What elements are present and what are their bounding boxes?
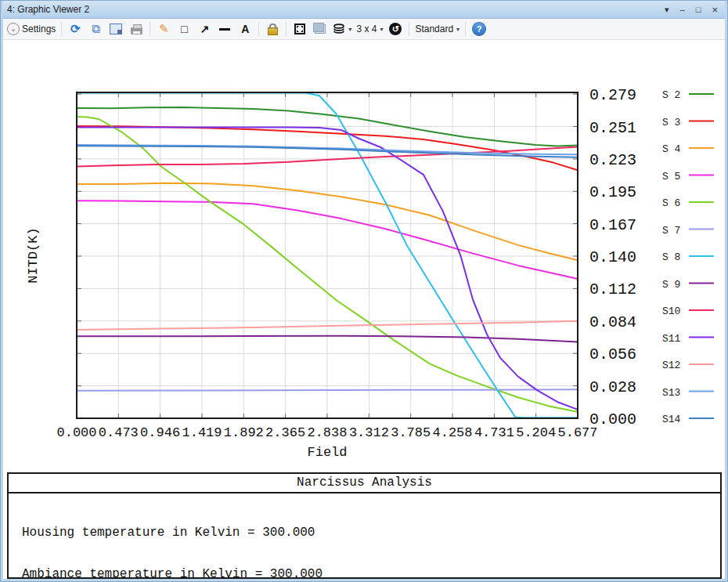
rotate-button[interactable]: ↺ bbox=[385, 20, 405, 38]
stack-icon bbox=[333, 23, 345, 34]
x-tick-label: 5.677 bbox=[557, 425, 597, 440]
x-tick-label: 4.258 bbox=[432, 425, 472, 440]
legend-label: S13 bbox=[662, 387, 680, 399]
y-tick-label: 0.223 bbox=[589, 151, 636, 169]
arrow-icon: ↗ bbox=[200, 23, 209, 35]
stack-caret-icon: ▾ bbox=[348, 26, 351, 33]
y-tick-label: 0.279 bbox=[589, 86, 636, 104]
help-icon: ? bbox=[472, 22, 486, 36]
chevron-down-circle-icon: ⌄ bbox=[7, 23, 20, 35]
grid-size-label: 3 x 4 bbox=[356, 23, 377, 34]
x-tick-label: 5.204 bbox=[516, 425, 556, 440]
legend-label: S10 bbox=[662, 305, 680, 317]
arrow-tool-button[interactable]: ↗ bbox=[194, 20, 214, 38]
x-tick-label: 1.419 bbox=[182, 425, 222, 440]
x-tick-label: 0.000 bbox=[56, 425, 96, 440]
refresh-button[interactable]: ⟳ bbox=[65, 20, 85, 38]
graphic-viewer-window: 4: Graphic Viewer 2 ▾ – □ × ⌄ Settings ⟳… bbox=[0, 0, 728, 582]
lock-icon bbox=[268, 27, 278, 35]
legend-label: S14 bbox=[662, 414, 681, 425]
minimize-button[interactable]: – bbox=[680, 5, 685, 14]
rectangle-tool-button[interactable]: □ bbox=[174, 20, 194, 38]
line-icon bbox=[219, 28, 230, 31]
toolbar-separator bbox=[258, 22, 259, 36]
x-tick-label: 1.892 bbox=[224, 425, 264, 440]
window-menu-caret-icon[interactable]: ▾ bbox=[665, 5, 669, 14]
rotate-icon: ↺ bbox=[389, 23, 402, 35]
legend-label: S12 bbox=[662, 360, 680, 371]
printer-icon bbox=[131, 27, 142, 34]
save-image-button[interactable] bbox=[106, 20, 126, 38]
y-axis-title: NITD(K) bbox=[26, 227, 41, 283]
x-tick-label: 3.312 bbox=[349, 425, 389, 440]
x-tick-label: 0.473 bbox=[99, 425, 139, 440]
legend-label: S 8 bbox=[662, 251, 680, 263]
narcissus-analysis-panel: Narcissus Analysis Housing temperature i… bbox=[7, 472, 722, 579]
pencil-icon: ✎ bbox=[159, 22, 169, 36]
grid-size-caret-icon: ▾ bbox=[380, 26, 383, 33]
pencil-tool-button[interactable]: ✎ bbox=[153, 20, 174, 38]
save-image-icon bbox=[110, 23, 122, 34]
x-tick-label: 0.946 bbox=[140, 425, 180, 440]
title-bar[interactable]: 4: Graphic Viewer 2 ▾ – □ × bbox=[1, 1, 727, 19]
fit-view-icon bbox=[294, 23, 306, 35]
legend-label: S 2 bbox=[662, 89, 680, 101]
y-tick-label: 0.028 bbox=[589, 378, 636, 396]
toolbar-separator bbox=[150, 22, 150, 36]
legend-label: S 5 bbox=[662, 171, 680, 183]
window-title: 4: Graphic Viewer 2 bbox=[7, 4, 665, 15]
line-tool-button[interactable] bbox=[214, 20, 235, 38]
legend-label: S 9 bbox=[662, 279, 680, 291]
x-tick-label: 2.838 bbox=[307, 425, 347, 440]
grid-size-dropdown[interactable]: 3 x 4 ▾ bbox=[354, 20, 385, 38]
stack-button[interactable]: ▾ bbox=[330, 20, 354, 38]
y-tick-label: 0.056 bbox=[589, 345, 636, 363]
copy-icon: ⧉ bbox=[92, 22, 100, 36]
refresh-icon: ⟳ bbox=[70, 22, 81, 36]
viewer-content: 0.2790.2510.2230.1950.1670.1400.1120.084… bbox=[1, 40, 727, 582]
text-tool-button[interactable]: A bbox=[235, 20, 255, 38]
toolbar-separator bbox=[465, 22, 466, 36]
layout-mode-caret-icon: ▾ bbox=[456, 26, 460, 33]
x-tick-label: 2.365 bbox=[265, 425, 305, 440]
y-tick-label: 0.195 bbox=[589, 183, 636, 201]
x-tick-label: 3.785 bbox=[391, 425, 431, 440]
series-line-S7 bbox=[77, 389, 578, 391]
legend-label: S 3 bbox=[662, 117, 680, 128]
fit-view-button[interactable] bbox=[290, 20, 310, 38]
panel-line-ambiance: Ambiance temperature in Kelvin = 300.000 bbox=[22, 568, 720, 582]
x-tick-label: 4.731 bbox=[474, 425, 514, 440]
lock-button[interactable] bbox=[262, 20, 283, 38]
text-icon: A bbox=[241, 23, 249, 35]
toolbar-separator bbox=[286, 22, 287, 36]
y-tick-label: 0.167 bbox=[589, 216, 636, 234]
legend-label: S 7 bbox=[662, 225, 680, 237]
legend-label: S 6 bbox=[662, 197, 680, 209]
chart-canvas[interactable]: 0.2790.2510.2230.1950.1670.1400.1120.084… bbox=[1, 49, 728, 465]
y-tick-label: 0.140 bbox=[589, 248, 636, 266]
y-tick-label: 0.112 bbox=[589, 280, 636, 298]
legend-label: S 4 bbox=[662, 143, 681, 155]
x-axis-title: Field bbox=[307, 445, 347, 460]
help-button[interactable]: ? bbox=[469, 20, 489, 38]
maximize-button[interactable]: □ bbox=[696, 5, 701, 14]
copy-button[interactable]: ⧉ bbox=[85, 20, 106, 38]
toolbar-separator bbox=[409, 22, 409, 36]
panel-line-housing: Housing temperature in Kelvin = 300.000 bbox=[22, 526, 720, 540]
layers-icon bbox=[315, 24, 326, 34]
layers-button[interactable] bbox=[310, 20, 330, 38]
y-tick-label: 0.084 bbox=[589, 313, 636, 331]
settings-label: Settings bbox=[22, 23, 56, 34]
panel-title: Narcissus Analysis bbox=[9, 474, 720, 493]
layout-mode-label: Standard bbox=[415, 23, 453, 34]
layout-mode-dropdown[interactable]: Standard ▾ bbox=[413, 20, 462, 38]
legend-label: S11 bbox=[662, 333, 681, 345]
toolbar-separator bbox=[61, 22, 62, 36]
rectangle-icon: □ bbox=[181, 23, 187, 35]
toolbar: ⌄ Settings ⟳ ⧉ ✎ □ ↗ A ▾ bbox=[1, 19, 727, 40]
print-button[interactable] bbox=[126, 20, 146, 38]
y-tick-label: 0.251 bbox=[589, 119, 636, 137]
settings-button[interactable]: ⌄ Settings bbox=[5, 20, 58, 38]
close-button[interactable]: × bbox=[712, 5, 718, 15]
